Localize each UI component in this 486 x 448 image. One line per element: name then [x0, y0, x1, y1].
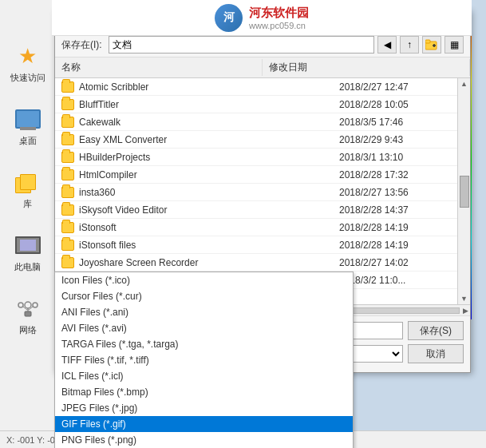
- file-date: 2018/3/1 13:10: [339, 152, 451, 163]
- file-date: 2018/2/27 12:47: [339, 81, 451, 93]
- col-name-header[interactable]: 名称: [55, 59, 263, 76]
- computer-icon: [15, 232, 41, 258]
- file-list-header: 名称 修改日期: [55, 57, 470, 78]
- file-date: 2018/2/28 14:19: [339, 222, 451, 233]
- svg-rect-8: [425, 40, 430, 43]
- file-date: 2018/2/28 17:32: [339, 169, 451, 180]
- svg-point-1: [25, 302, 31, 308]
- svg-point-2: [18, 303, 23, 307]
- file-date: 2018/2/27 13:56: [339, 187, 451, 198]
- svg-rect-0: [25, 311, 31, 316]
- list-item[interactable]: insta360 2018/2/27 13:56: [55, 184, 457, 201]
- dropdown-item[interactable]: JPEG Files (*.jpg): [55, 400, 353, 416]
- file-date: 2018/2/27 14:02: [339, 257, 451, 268]
- folder-icon: [61, 187, 74, 198]
- file-name: iStonsoft: [79, 222, 339, 233]
- dropdown-item-selected[interactable]: GIF Files (*.gif): [55, 416, 353, 432]
- file-name: BluffTitler: [79, 99, 339, 110]
- file-date: 2018/3/2 11:0...: [339, 275, 451, 286]
- sidebar-item-label: 桌面: [19, 135, 37, 147]
- file-name: iStonsoft files: [79, 240, 339, 251]
- folder-icon: [61, 152, 74, 163]
- dropdown-item[interactable]: Bitmap Files (*.bmp): [55, 384, 353, 400]
- sidebar-item-network[interactable]: 网络: [12, 292, 44, 339]
- dropdown-item[interactable]: Cursor Files (*.cur): [55, 288, 353, 304]
- file-name: Atomic Scribbler: [79, 81, 339, 93]
- folder-icon: [61, 81, 74, 93]
- library-icon: [15, 169, 41, 195]
- list-item[interactable]: Atomic Scribbler 2018/2/27 12:47: [55, 78, 457, 96]
- sidebar-item-library[interactable]: 库: [12, 166, 44, 213]
- view-button[interactable]: ▦: [445, 36, 464, 54]
- up-button[interactable]: ↑: [400, 36, 419, 54]
- folder-icon: [61, 222, 74, 233]
- dropdown-item[interactable]: TARGA Files (*.tga, *.targa): [55, 336, 353, 352]
- folder-icon: [61, 169, 74, 180]
- file-date: 2018/3/5 17:46: [339, 117, 451, 128]
- file-name: HtmlCompiler: [79, 169, 339, 180]
- filetype-dropdown: Icon Files (*.ico) Cursor Files (*.cur) …: [54, 272, 354, 448]
- file-name: insta360: [79, 187, 339, 198]
- address-bar[interactable]: [109, 36, 374, 54]
- star-icon: ★: [15, 43, 41, 69]
- svg-point-3: [33, 303, 38, 307]
- vertical-scrollbar[interactable]: ▲ ▼: [457, 78, 470, 304]
- dropdown-item[interactable]: PNG Files (*.png): [55, 432, 353, 448]
- dropdown-item[interactable]: TIFF Files (*.tif, *.tiff): [55, 352, 353, 368]
- save-in-label: 保存在(I):: [61, 38, 102, 52]
- sidebar-item-label: 库: [23, 198, 32, 210]
- folder-icon: [61, 257, 74, 268]
- list-item[interactable]: iSkysoft Video Editor 2018/2/28 14:37: [55, 201, 457, 219]
- file-name: HBuilderProjects: [79, 152, 339, 163]
- sidebar-item-label: 网络: [19, 324, 37, 336]
- watermark-banner: 河 河东软件园 www.pc059.cn: [52, 0, 472, 36]
- back-button[interactable]: ◀: [377, 36, 397, 54]
- dropdown-item[interactable]: Icon Files (*.ico): [55, 272, 353, 288]
- list-item[interactable]: iStonsoft files 2018/2/28 14:19: [55, 236, 457, 254]
- list-item[interactable]: iStonsoft 2018/2/28 14:19: [55, 219, 457, 236]
- desktop-icon: [15, 106, 41, 132]
- dropdown-item[interactable]: ANI Files (*.ani): [55, 304, 353, 320]
- file-date: 2018/2/28 10:05: [339, 99, 451, 110]
- sidebar-item-quick-access[interactable]: ★ 快速访问: [7, 40, 49, 87]
- list-item[interactable]: Cakewalk 2018/3/5 17:46: [55, 113, 457, 131]
- dropdown-item[interactable]: ICL Files (*.icl): [55, 368, 353, 384]
- save-button[interactable]: 保存(S): [408, 321, 464, 340]
- folder-icon: [61, 99, 74, 110]
- sidebar-item-label: 此电脑: [14, 261, 41, 273]
- folder-icon: [61, 240, 74, 251]
- file-name: Cakewalk: [79, 117, 339, 128]
- watermark-text: 河东软件园 www.pc059.cn: [249, 6, 309, 30]
- folder-icon: [61, 134, 74, 145]
- file-name: Joyoshare Screen Recorder: [79, 257, 339, 268]
- file-date: 2018/2/28 14:37: [339, 204, 451, 216]
- file-list: Atomic Scribbler 2018/2/27 12:47 BluffTi…: [55, 78, 457, 304]
- cancel-button[interactable]: 取消: [408, 344, 464, 363]
- file-date: 2018/2/29 9:43: [339, 134, 451, 145]
- new-folder-button[interactable]: [422, 36, 441, 54]
- sidebar-item-computer[interactable]: 此电脑: [11, 229, 44, 276]
- dropdown-item[interactable]: AVI Files (*.avi): [55, 320, 353, 336]
- folder-icon: [61, 204, 74, 216]
- logo-icon: 河: [215, 4, 243, 32]
- file-name: iSkysoft Video Editor: [79, 204, 339, 216]
- col-date-header[interactable]: 修改日期: [263, 59, 470, 76]
- file-name: Easy XML Converter: [79, 134, 339, 145]
- sidebar-item-label: 快速访问: [10, 72, 45, 84]
- scrollbar-thumb[interactable]: [460, 176, 469, 208]
- list-item[interactable]: HBuilderProjects 2018/3/1 13:10: [55, 149, 457, 166]
- network-icon: [15, 295, 41, 321]
- list-item[interactable]: BluffTitler 2018/2/28 10:05: [55, 96, 457, 113]
- folder-icon: [61, 117, 74, 128]
- list-item[interactable]: Easy XML Converter 2018/2/29 9:43: [55, 131, 457, 149]
- list-item[interactable]: HtmlCompiler 2018/2/28 17:32: [55, 166, 457, 184]
- sidebar-item-desktop[interactable]: 桌面: [12, 103, 44, 150]
- toolbar: 保存在(I): ◀ ↑ ▦: [55, 33, 470, 57]
- sidebar: ★ 快速访问 桌面 库 此电脑: [0, 0, 56, 448]
- list-item[interactable]: Joyoshare Screen Recorder 2018/2/27 14:0…: [55, 254, 457, 272]
- file-date: 2018/2/28 14:19: [339, 240, 451, 251]
